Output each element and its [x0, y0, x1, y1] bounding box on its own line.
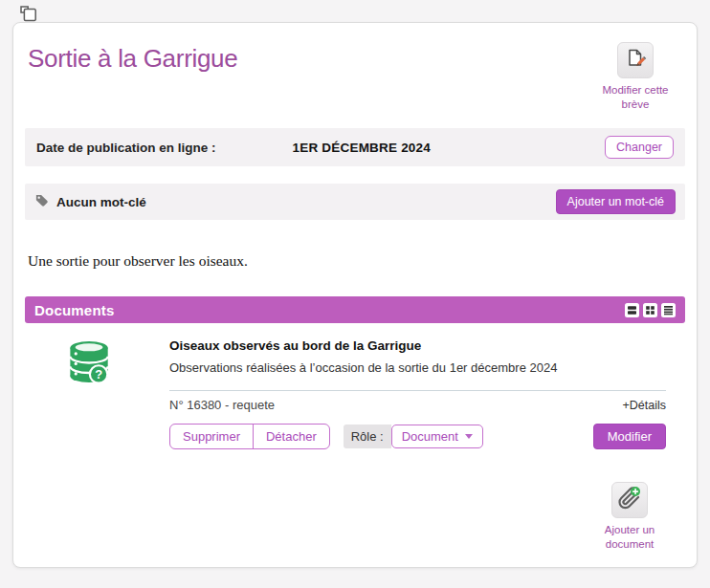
role-value: Document	[402, 429, 458, 444]
document-pencil-icon	[624, 47, 647, 74]
edit-note-button[interactable]	[617, 42, 654, 78]
document-actions-row: Supprimer Détacher Rôle : Document Modif…	[169, 424, 666, 449]
chevron-down-icon	[465, 434, 473, 439]
no-keyword-label: Aucun mot-clé	[56, 195, 146, 209]
tag-icon	[34, 193, 49, 211]
rows-view-icon[interactable]	[625, 303, 639, 317]
grid-view-icon[interactable]	[643, 303, 657, 317]
paperclip-plus-icon	[617, 486, 642, 514]
details-link[interactable]: +Détails	[622, 399, 666, 412]
edit-note-link[interactable]: Modifier cette brève	[589, 83, 681, 112]
role-control: Rôle : Document	[344, 425, 483, 448]
document-details: Oiseaux observés au bord de la Garrigue …	[169, 338, 666, 449]
note-card: Sortie à la Garrigue Modifier ce	[12, 22, 698, 568]
document-item: ? Oiseaux observés au bord de la Garrigu…	[25, 323, 685, 449]
publication-date-value: 1ER DÉCEMBRE 2024	[293, 141, 431, 155]
documents-section-header: Documents	[25, 296, 685, 323]
view-toggles	[625, 303, 676, 317]
add-document-link[interactable]: Ajouter un document	[584, 523, 676, 552]
document-reference-row: N° 16380 - requete +Détails	[169, 390, 666, 412]
page: Sortie à la Garrigue Modifier ce	[0, 0, 710, 588]
page-title: Sortie à la Garrigue	[28, 44, 685, 74]
role-label: Rôle :	[344, 425, 391, 448]
document-reference: N° 16380 - requete	[169, 398, 275, 412]
role-select[interactable]: Document	[391, 425, 483, 448]
add-document-block: Ajouter un document	[584, 482, 676, 552]
add-document-button[interactable]	[611, 482, 648, 518]
add-keyword-button[interactable]: Ajouter un mot-clé	[556, 189, 676, 214]
svg-text:?: ?	[95, 367, 102, 381]
edit-note-block: Modifier cette brève	[589, 42, 681, 112]
document-title: Oiseaux observés au bord de la Garrigue	[169, 338, 666, 353]
publication-date-row: Date de publication en ligne : 1ER DÉCEM…	[25, 128, 685, 166]
detach-document-button[interactable]: Détacher	[253, 425, 329, 448]
database-query-icon: ?	[68, 338, 112, 449]
change-date-button[interactable]: Changer	[605, 136, 674, 159]
document-description: Observations réalisées à l’occasion de l…	[169, 360, 666, 375]
modify-document-button[interactable]: Modifier	[593, 424, 666, 449]
keywords-row: Aucun mot-clé Ajouter un mot-clé	[25, 184, 685, 220]
intro-text: Une sortie pour observer les oiseaux.	[28, 252, 682, 270]
publication-date-label: Date de publication en ligne :	[36, 141, 216, 155]
note-page-icon	[19, 5, 38, 28]
documents-section-title: Documents	[34, 302, 114, 318]
list-view-icon[interactable]	[661, 303, 676, 317]
delete-document-button[interactable]: Supprimer	[170, 425, 253, 448]
document-action-group: Supprimer Détacher	[169, 424, 330, 449]
